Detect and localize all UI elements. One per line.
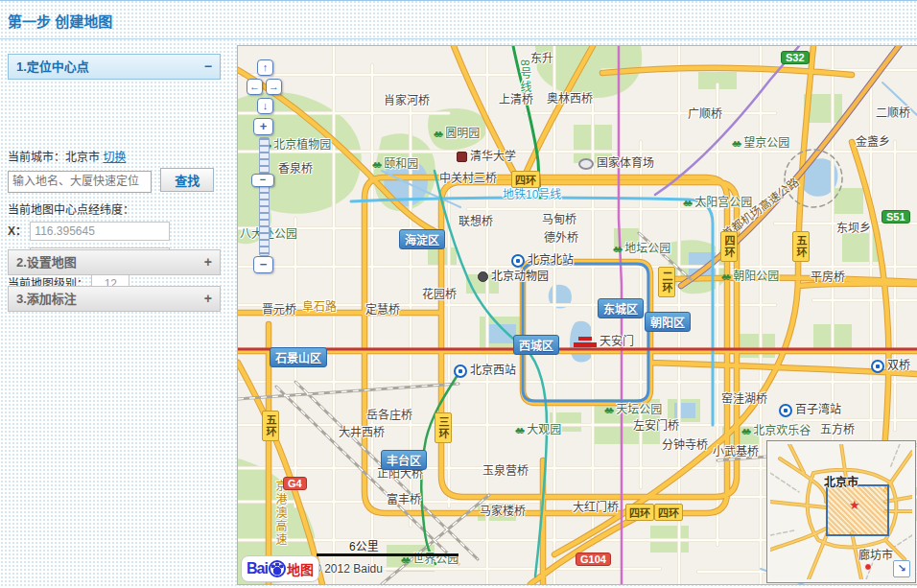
pan-right-button[interactable]: → (266, 79, 282, 95)
map-label: ♣♣朝阳公园 (721, 270, 779, 283)
x-coordinate-input[interactable] (30, 222, 170, 241)
pan-down-button[interactable]: ↓ (257, 98, 273, 114)
subway-station-icon (779, 404, 792, 417)
minus-icon: − (260, 257, 268, 271)
map-label-text: 五方桥 (820, 423, 855, 436)
map-label-text: 清华大学 (470, 150, 516, 163)
minimap-content[interactable]: 北京市 ★ 廊坊市 ↘ (770, 444, 912, 579)
map-label-text: 北京动物园 (491, 270, 549, 283)
map-label: 花园桥 (422, 289, 457, 301)
map-label-text: 富丰桥 (387, 493, 421, 506)
map-label: 大红门桥 (573, 502, 619, 514)
road-shield-badge: 四环 (720, 231, 738, 262)
map-label-text: 上清桥 (499, 93, 533, 106)
park-icon: ♣♣ (604, 404, 611, 416)
road-shield-badge: 五环 (262, 411, 279, 441)
map-label: ♣♣地坛公园 (613, 243, 670, 255)
arrow-right-icon: → (269, 81, 279, 92)
road-shield-badge: G104 (576, 553, 611, 566)
map-label: 广顺桥 (688, 108, 722, 121)
district-badge: 西城区 (513, 335, 559, 355)
search-input[interactable] (8, 171, 152, 193)
map-label: 平房桥 (811, 271, 845, 284)
panel-locate-center-title: 1.定位中心点 (16, 55, 89, 79)
map-label-text: 北京欢乐谷 (753, 424, 811, 437)
map-label-text: 北京北站 (528, 253, 574, 267)
minimap-resize-button[interactable]: ↘ (893, 560, 910, 577)
map-copyright: © 2012 Baidu (313, 562, 383, 576)
map-label-text: 马家楼桥 (480, 505, 526, 518)
zoom-slider-track[interactable] (259, 137, 270, 256)
park-icon: ♣♣ (732, 137, 739, 150)
map-label: 东升 (530, 53, 553, 65)
map-label: 上清桥 (499, 94, 533, 106)
road-shield-badge: 三环 (435, 412, 452, 443)
arrow-left-icon: ← (249, 81, 260, 92)
map-label: 百子湾站 (779, 404, 841, 417)
pan-up-button[interactable]: ↑ (257, 59, 273, 76)
road-shield-badge: 四环 (654, 504, 683, 521)
collapse-icon[interactable]: − (204, 55, 212, 79)
map-label-text: 地坛公园 (624, 242, 670, 255)
expand-icon[interactable]: + (204, 287, 212, 311)
current-city-row: 当前城市：北京市 切换 (8, 148, 126, 164)
minimap-star-icon: ★ (849, 498, 860, 512)
sidebar: 1.定位中心点 − 当前城市：北京市 切换 查找 当前地图中心点经纬度： X： … (8, 54, 221, 80)
panel-locate-center-header[interactable]: 1.定位中心点 − (8, 54, 221, 80)
map-label-text: 北京植物园 (273, 138, 331, 152)
panel-add-marker-header[interactable]: 3.添加标注 + (8, 286, 221, 312)
map-label-text: 二顺桥 (876, 106, 910, 120)
road-shield-badge: 五环 (792, 231, 810, 262)
map-label-text: 晋元桥 (262, 303, 296, 317)
page: { "header": { "title": "第一步 创建地图" }, "pa… (0, 0, 917, 588)
university-icon (457, 152, 467, 162)
map-label-text: 联想桥 (458, 215, 493, 228)
panel-set-map-header[interactable]: 2.设置地图 + (8, 249, 221, 275)
map-label-text: 双桥 (887, 359, 910, 372)
map-label-text: 阜石路 (302, 300, 337, 314)
search-button[interactable]: 查找 (160, 168, 214, 192)
map-label: 北京北站 (511, 254, 574, 268)
map-label: 小武基桥 (713, 446, 759, 459)
switch-city-link[interactable]: 切换 (103, 151, 126, 164)
pan-left-button[interactable]: ← (247, 79, 263, 95)
map-label-text: 分钟寺桥 (662, 438, 708, 452)
map-label: 定慧桥 (365, 304, 400, 317)
map-label-text: 岳各庄桥 (366, 409, 412, 422)
map-label: 8号线 (518, 59, 530, 95)
map-label: ♣♣望京公园 (732, 137, 789, 150)
map-label: 大井西桥 (339, 427, 385, 439)
map-label-text: 朝阳公园 (733, 270, 779, 283)
subway-station-icon (454, 365, 467, 378)
zoom-slider-handle[interactable]: − (251, 174, 274, 187)
map-label-text: 东坝乡 (836, 222, 871, 235)
map-label-text: 百子湾站 (795, 403, 841, 416)
zoom-in-button[interactable]: + (253, 118, 273, 135)
page-title: 第一步 创建地图 (8, 11, 112, 31)
map-label-text: 望京公园 (743, 136, 789, 150)
map-label: 香泉桥 (278, 163, 313, 176)
scale-text: 6公里 (349, 537, 379, 553)
map-label-text: 东升 (530, 52, 553, 65)
expand-icon[interactable]: + (204, 250, 212, 274)
scale-bar (317, 553, 458, 556)
map-label-text: 大观园 (527, 423, 561, 436)
map-label: 肖家河桥 (384, 95, 430, 107)
map-label: 二顺桥 (876, 107, 910, 120)
minimap-city-label: 北京市 (824, 473, 858, 489)
search-row: 查找 (8, 168, 214, 193)
map-label: 天安门 (574, 336, 634, 348)
park-icon: ♣♣ (613, 243, 620, 255)
road-shield-badge: 四环 (511, 171, 540, 188)
map-label: ♣♣颐和园 (372, 158, 418, 171)
map-label: 岳各庄桥 (366, 410, 412, 422)
map-canvas[interactable]: ↑ ← → ↓ + − − 6公里 Bai 地图 © 2012 Baidu 北京… (238, 46, 917, 584)
arrow-down-icon: ↓ (263, 100, 269, 111)
district-badge: 东城区 (598, 298, 644, 318)
map-label-text: 8号线 (518, 59, 531, 95)
map-label-text: 奥林西桥 (547, 92, 593, 106)
zoom-out-button[interactable]: − (253, 256, 273, 273)
map-label: ♣♣北京植物园 (262, 139, 331, 152)
map-label-text: 国家体育场 (597, 156, 654, 170)
panel-add-marker-title: 3.添加标注 (16, 287, 77, 311)
